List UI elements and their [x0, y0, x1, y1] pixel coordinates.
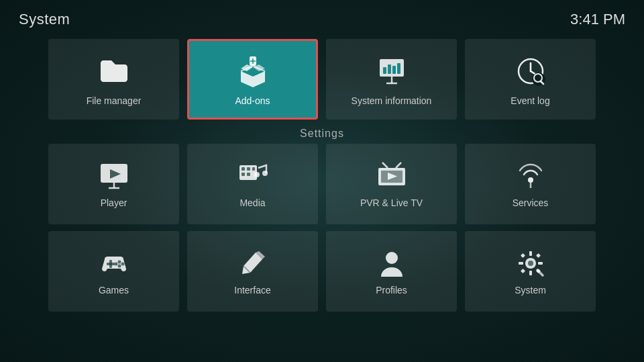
games-label: Games [99, 285, 129, 296]
svg-rect-44 [529, 251, 532, 256]
svg-rect-9 [397, 63, 400, 74]
system-icon [515, 247, 547, 279]
tile-player[interactable]: Player [48, 144, 179, 224]
tile-games[interactable]: Games [48, 231, 179, 312]
player-icon [98, 160, 130, 192]
svg-rect-23 [252, 167, 255, 171]
header: System 3:41 PM [0, 0, 644, 34]
svg-point-33 [528, 177, 533, 183]
svg-point-27 [262, 171, 268, 176]
svg-rect-22 [247, 167, 250, 171]
services-label: Services [513, 197, 549, 208]
svg-point-37 [117, 261, 121, 264]
clock: 3:41 PM [570, 11, 625, 28]
event-log-label: Event log [511, 95, 549, 106]
interface-label: Interface [234, 285, 270, 296]
svg-line-29 [382, 163, 388, 168]
media-label: Media [239, 197, 265, 208]
page-title: System [19, 11, 70, 28]
svg-rect-6 [383, 67, 386, 74]
svg-point-43 [528, 261, 533, 266]
svg-rect-7 [388, 64, 391, 74]
games-icon [98, 247, 130, 279]
svg-point-40 [114, 263, 117, 266]
svg-rect-49 [535, 253, 540, 258]
svg-rect-47 [538, 262, 543, 265]
settings-row-1: Player Media [0, 144, 644, 224]
svg-point-42 [386, 252, 398, 264]
svg-line-30 [396, 163, 401, 168]
tile-media[interactable]: Media [187, 144, 318, 224]
svg-rect-21 [241, 167, 245, 171]
profiles-label: Profiles [376, 285, 407, 296]
system-label: System [515, 285, 546, 296]
player-label: Player [101, 197, 127, 208]
svg-point-38 [121, 263, 124, 266]
add-ons-icon [234, 52, 272, 90]
interface-icon [237, 247, 269, 279]
svg-rect-46 [519, 262, 523, 265]
services-icon [515, 160, 547, 192]
tile-profiles[interactable]: Profiles [326, 231, 457, 312]
tile-event-log[interactable]: Event log [465, 39, 596, 120]
svg-rect-50 [520, 269, 525, 273]
top-tiles-row: File manager Add-ons [0, 34, 644, 125]
system-information-icon [373, 52, 411, 90]
event-log-icon [512, 52, 549, 90]
tile-services[interactable]: Services [465, 144, 596, 224]
pvr-live-tv-label: PVR & Live TV [360, 197, 423, 208]
svg-point-26 [254, 172, 260, 177]
settings-row-2: Games Interface Profiles [0, 231, 644, 312]
tile-interface[interactable]: Interface [187, 231, 318, 312]
pvr-live-tv-icon [376, 160, 408, 192]
svg-rect-24 [241, 173, 245, 176]
svg-rect-25 [247, 173, 250, 176]
svg-rect-48 [520, 253, 525, 258]
add-ons-label: Add-ons [235, 95, 270, 106]
svg-rect-8 [392, 66, 396, 74]
settings-section-label: Settings [0, 128, 644, 140]
tile-add-ons[interactable]: Add-ons [187, 39, 318, 120]
media-icon [237, 160, 269, 192]
system-information-label: System information [352, 95, 432, 106]
file-manager-label: File manager [87, 95, 142, 106]
svg-point-39 [117, 265, 121, 268]
tile-pvr-live-tv[interactable]: PVR & Live TV [326, 144, 457, 224]
svg-rect-36 [107, 263, 115, 265]
file-manager-icon [95, 52, 133, 90]
tile-system[interactable]: System [465, 231, 596, 312]
profiles-icon [376, 247, 408, 279]
tile-file-manager[interactable]: File manager [48, 39, 179, 120]
tile-system-information[interactable]: System information [326, 39, 457, 120]
svg-rect-45 [529, 271, 532, 275]
